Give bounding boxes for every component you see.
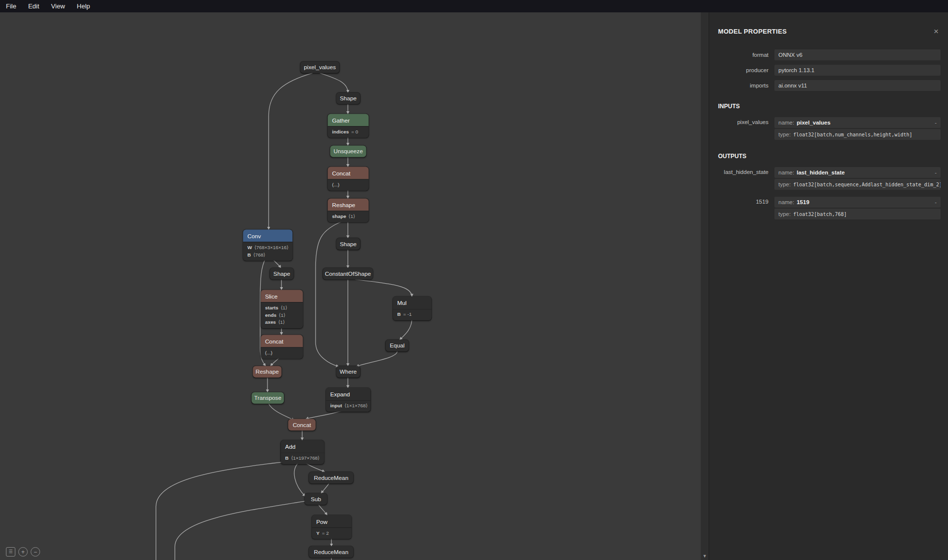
attribute-name: B [397, 312, 401, 317]
node-attribute: axes⟨1⟩ [265, 319, 299, 327]
property-row-producer: producerpytorch 1.13.1 [718, 65, 941, 76]
io-type-prefix: type: [778, 131, 791, 137]
attribute-name: W [247, 245, 252, 250]
attribute-name: ends [265, 312, 276, 318]
io-name-value: 1519 [797, 199, 810, 205]
property-value: ONNX v6 [774, 49, 941, 60]
node-reshape_2[interactable]: Reshape [253, 366, 281, 377]
io-row-label: last_hidden_state [718, 167, 768, 191]
io-name-value: last_hidden_state [797, 170, 845, 175]
menu-item-help[interactable]: Help [77, 2, 90, 10]
graph-canvas[interactable]: pixel_valuesShapeGatherindices= 0Unsquee… [0, 0, 701, 560]
node-conv[interactable]: ConvW⟨768×3×16×16⟩B⟨768⟩ [243, 229, 293, 260]
io-type-value: float32[batch,768] [793, 212, 847, 217]
node-transpose[interactable]: Transpose [252, 392, 284, 403]
property-row-format: formatONNX v6 [718, 49, 941, 60]
io-name-box: name:pixel_values- [774, 117, 941, 128]
canvas-scrollbar[interactable]: ▼ [701, 12, 709, 560]
close-icon[interactable]: × [934, 27, 941, 36]
io-type-box: type:float32[batch,sequence,Addlast_hidd… [774, 179, 941, 190]
node-label: Mul [397, 300, 406, 306]
node-label: Reshape [332, 201, 355, 208]
section-title-outputs: OUTPUTS [718, 153, 941, 160]
node-header: Conv [243, 229, 293, 242]
attribute-name: shape [332, 214, 346, 219]
node-label: Expand [330, 390, 350, 397]
node-label: Slice [265, 293, 277, 300]
node-slice[interactable]: Slicestarts⟨1⟩ends⟨1⟩axes⟨1⟩ [261, 290, 303, 328]
node-label: Add [285, 443, 296, 450]
node-attribute: (...) [265, 349, 299, 357]
io-type-box: type:float32[batch,768] [774, 209, 941, 219]
io-name-prefix: name: [778, 170, 794, 175]
property-row-imports: importsai.onnx v11 [718, 80, 941, 91]
attribute-name: axes [265, 320, 276, 325]
node-shape_2[interactable]: Shape [336, 238, 360, 250]
io-name-prefix: name: [778, 199, 794, 205]
node-header: Mul [393, 297, 432, 309]
io-expander[interactable]: - [931, 120, 937, 126]
node-label: Concat [332, 170, 350, 176]
menu-bar: FileEditViewHelp [0, 0, 948, 12]
node-label: Concat [265, 338, 283, 345]
node-header: Expand [326, 388, 370, 400]
node-shape_1[interactable]: Shape [336, 92, 360, 104]
zoom-out-button[interactable]: − [31, 547, 40, 557]
property-label: producer [718, 67, 768, 73]
io-type-prefix: type: [778, 181, 791, 187]
node-unsqueeze[interactable]: Unsqueeze [330, 145, 366, 157]
node-pixel_values[interactable]: pixel_values [300, 61, 339, 73]
node-header: Concat [328, 167, 369, 179]
node-header: Slice [261, 290, 303, 302]
properties-toggle-button[interactable]: ☰ [6, 547, 15, 557]
io-expander[interactable]: - [931, 170, 937, 175]
node-equal[interactable]: Equal [386, 340, 409, 351]
properties-list: formatONNX v6producerpytorch 1.13.1impor… [718, 49, 941, 91]
node-concat_3[interactable]: Concat [288, 419, 316, 431]
node-attribute: Y= 2 [316, 530, 347, 537]
graph-stage: pixel_valuesShapeGatherindices= 0Unsquee… [0, 0, 701, 560]
io-row-values: name:pixel_values-type:float32[batch,num… [774, 117, 941, 141]
zoom-in-button[interactable]: + [18, 547, 28, 557]
attribute-value: ⟨1⟩ [281, 305, 287, 310]
io-name-box: name:1519- [774, 197, 941, 208]
node-reshape_1[interactable]: Reshapeshape⟨1⟩ [328, 199, 369, 222]
node-attribute: ends⟨1⟩ [265, 312, 299, 319]
node-gather[interactable]: Gatherindices= 0 [328, 114, 369, 137]
node-expand[interactable]: Expandinput⟨1×1×768⟩ [326, 388, 370, 412]
property-label: format [718, 52, 768, 58]
menu-item-file[interactable]: File [6, 2, 16, 10]
node-shape_3[interactable]: Shape [270, 268, 294, 279]
node-constantofshape[interactable]: ConstantOfShape [323, 268, 373, 279]
io-type-prefix: type: [778, 211, 791, 217]
node-mul[interactable]: MulB= -1 [393, 297, 432, 320]
attribute-name: (...) [265, 350, 272, 355]
attribute-value: ⟨1⟩ [349, 214, 355, 219]
attribute-value: ⟨1×1×768⟩ [345, 403, 368, 409]
property-value: pytorch 1.13.1 [774, 65, 941, 76]
node-reducemean_1[interactable]: ReduceMean [309, 472, 354, 483]
io-type-box: type:float32[batch,num_channels,height,w… [774, 129, 941, 140]
attribute-name: B [285, 456, 289, 461]
node-attribute: input⟨1×1×768⟩ [330, 402, 366, 410]
node-attribute: W⟨768×3×16×16⟩ [247, 244, 288, 252]
node-reducemean_2[interactable]: ReduceMean [309, 546, 354, 558]
node-sub[interactable]: Sub [305, 493, 327, 505]
node-attributes: Y= 2 [312, 527, 352, 539]
menu-item-edit[interactable]: Edit [28, 2, 39, 10]
node-attributes: input⟨1×1×768⟩ [326, 400, 370, 411]
node-pow[interactable]: PowY= 2 [312, 515, 352, 539]
io-expander[interactable]: - [931, 199, 937, 205]
io-row-values: name:last_hidden_state-type:float32[batc… [774, 167, 941, 191]
menu-item-view[interactable]: View [51, 2, 65, 10]
attribute-value: ⟨768⟩ [253, 252, 265, 258]
node-concat_1[interactable]: Concat(...) [328, 167, 369, 191]
node-where[interactable]: Where [336, 366, 360, 377]
node-attributes: W⟨768×3×16×16⟩B⟨768⟩ [243, 242, 293, 260]
scroll-down-icon[interactable]: ▼ [701, 554, 709, 559]
node-add[interactable]: AddB⟨1×197×768⟩ [281, 440, 324, 464]
io-name-box: name:last_hidden_state- [774, 167, 941, 178]
node-attributes: (...) [328, 179, 369, 190]
io-row-1519: 1519name:1519-type:float32[batch,768] [718, 197, 941, 220]
node-concat_2[interactable]: Concat(...) [261, 335, 303, 359]
